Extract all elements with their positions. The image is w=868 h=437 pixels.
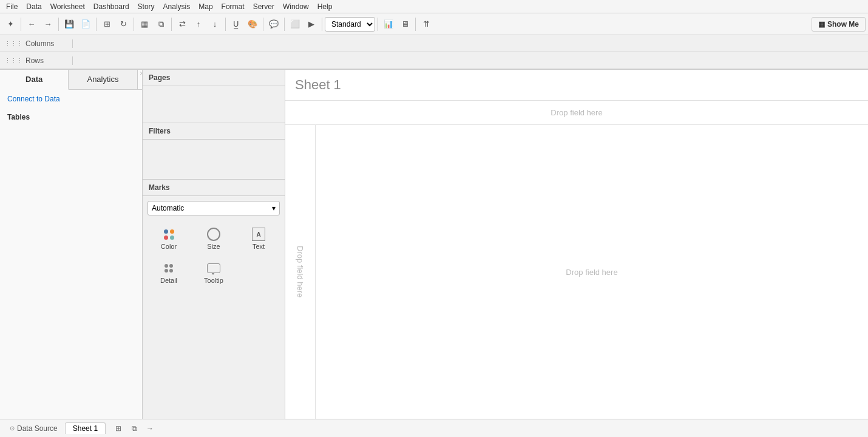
menu-story[interactable]: Story <box>134 1 158 12</box>
sort-asc-btn[interactable]: ↑ <box>191 16 206 32</box>
present-btn[interactable]: ▶ <box>303 16 319 32</box>
rows-drop-zone[interactable] <box>73 53 868 68</box>
sep11 <box>415 18 416 31</box>
marks-detail-label: Detail <box>160 277 177 284</box>
sep4 <box>134 18 134 31</box>
detail-icon <box>161 261 176 276</box>
tables-label: Tables <box>0 108 142 126</box>
color-btn[interactable]: 🎨 <box>245 16 260 32</box>
left-panel: Data Analytics › Connect to Data Tables <box>0 70 143 419</box>
sort-desc-btn[interactable]: ↓ <box>207 16 223 32</box>
sep2 <box>58 18 59 31</box>
rows-label: ⋮⋮⋮ Rows <box>0 56 73 65</box>
share-btn[interactable]: ⇈ <box>418 16 434 32</box>
marks-text-button[interactable]: A Text <box>237 223 280 254</box>
menu-analysis[interactable]: Analysis <box>160 1 194 12</box>
marks-detail-button[interactable]: Detail <box>147 257 190 288</box>
drop-top-zone[interactable]: Drop field here <box>285 101 868 125</box>
marks-section: Marks Automatic ▾ <box>143 180 285 419</box>
tab-data[interactable]: Data <box>0 70 69 90</box>
toolbar-file-group: ✦ ← → 💾 📄 ⊞ ↻ ▦ ⧉ ⇄ ↑ ↓ U̲ 🎨 💬 ⬜ ▶ Stand… <box>2 16 434 32</box>
new-sheet-btn[interactable]: ▦ <box>137 16 152 32</box>
save-btn[interactable]: 💾 <box>61 16 77 32</box>
main-layout: ⋮⋮⋮ Columns ⋮⋮⋮ Rows Data Analytics › Co… <box>0 35 868 419</box>
pages-section: Pages <box>143 70 285 123</box>
tooltip-icon-btn[interactable]: 💬 <box>266 16 282 32</box>
columns-dots-icon: ⋮⋮⋮ <box>5 41 23 47</box>
columns-text: Columns <box>25 39 54 48</box>
datasource-tab[interactable]: ⊙ Data Source <box>5 423 63 434</box>
redo-btn[interactable]: → <box>40 16 56 32</box>
shelves-area: ⋮⋮⋮ Columns ⋮⋮⋮ Rows <box>0 35 868 70</box>
status-actions: ⊞ ⧉ → <box>112 422 157 435</box>
move-sheet-btn[interactable]: → <box>143 422 157 435</box>
menu-server[interactable]: Server <box>249 1 278 12</box>
pages-title: Pages <box>143 70 285 86</box>
menu-file[interactable]: File <box>2 1 21 12</box>
menu-help[interactable]: Help <box>314 1 336 12</box>
undo-btn[interactable]: ← <box>24 16 39 32</box>
marks-tooltip-label: Tooltip <box>204 277 223 284</box>
menu-format[interactable]: Format <box>218 1 248 12</box>
duplicate-btn[interactable]: ⧉ <box>153 16 169 32</box>
rows-shelf: ⋮⋮⋮ Rows <box>0 52 868 69</box>
columns-shelf: ⋮⋮⋮ Columns <box>0 35 868 52</box>
device-btn[interactable]: 🖥 <box>397 16 413 32</box>
marks-dropdown-arrow-icon: ▾ <box>272 204 276 212</box>
filters-section: Filters <box>143 123 285 180</box>
rows-text: Rows <box>25 56 44 65</box>
tableau-logo-btn[interactable]: ✦ <box>2 16 18 32</box>
color-icon <box>161 227 176 242</box>
tab-analytics[interactable]: Analytics <box>69 70 137 89</box>
workspace-split: Data Analytics › Connect to Data Tables … <box>0 70 868 419</box>
add-datasource-btn[interactable]: ⊞ <box>99 16 115 32</box>
menu-map[interactable]: Map <box>195 1 216 12</box>
size-icon <box>206 227 221 242</box>
menu-worksheet[interactable]: Worksheet <box>47 1 89 12</box>
canvas-content: Drop field here Drop field here Drop fie… <box>285 101 868 419</box>
menu-data[interactable]: Data <box>22 1 45 12</box>
marks-color-label: Color <box>161 243 177 250</box>
text-icon: A <box>251 227 266 242</box>
fix-axes-btn[interactable]: 📊 <box>381 16 396 32</box>
columns-drop-zone[interactable] <box>73 36 868 51</box>
marks-size-label: Size <box>207 243 220 250</box>
marks-tooltip-button[interactable]: Tooltip <box>192 257 235 288</box>
sep7 <box>263 18 263 31</box>
underline-btn[interactable]: U̲ <box>228 16 244 32</box>
fit-dropdown[interactable]: Standard <box>325 17 375 32</box>
duplicate-sheet-btn[interactable]: ⧉ <box>127 422 141 435</box>
show-me-button[interactable]: ▦ Show Me <box>812 17 866 32</box>
left-panel-close-icon[interactable]: › <box>140 70 142 89</box>
pages-content[interactable] <box>143 86 285 123</box>
toolbar: ✦ ← → 💾 📄 ⊞ ↻ ▦ ⧉ ⇄ ↑ ↓ U̲ 🎨 💬 ⬜ ▶ Stand… <box>0 13 868 35</box>
swap-btn[interactable]: ⇄ <box>174 16 190 32</box>
menu-window[interactable]: Window <box>279 1 313 12</box>
marks-size-button[interactable]: Size <box>192 223 235 254</box>
marks-type-dropdown[interactable]: Automatic ▾ <box>147 201 280 215</box>
datasource-label: Data Source <box>17 424 58 433</box>
marks-title: Marks <box>143 180 285 196</box>
drop-center-zone[interactable]: Drop field here <box>316 125 868 419</box>
sep6 <box>225 18 226 31</box>
new-sheet-status-btn[interactable]: ⊞ <box>112 422 125 435</box>
save-as-btn[interactable]: 📄 <box>78 16 93 32</box>
marks-color-button[interactable]: Color <box>147 223 190 254</box>
connection-btn[interactable]: ↻ <box>115 16 131 32</box>
sep1 <box>21 18 21 31</box>
canvas-area: Sheet 1 Drop field here Drop field here … <box>285 70 868 419</box>
sep10 <box>378 18 378 31</box>
columns-label: ⋮⋮⋮ Columns <box>0 39 73 48</box>
full-view-btn[interactable]: ⬜ <box>287 16 303 32</box>
drop-left-text: Drop field here <box>296 246 305 297</box>
bar-chart-icon: ▦ <box>818 20 825 29</box>
connect-to-data-link[interactable]: Connect to Data <box>0 90 142 108</box>
rows-dots-icon: ⋮⋮⋮ <box>5 58 23 64</box>
menu-dashboard[interactable]: Dashboard <box>90 1 133 12</box>
sheet1-tab[interactable]: Sheet 1 <box>65 422 106 434</box>
menu-bar: File Data Worksheet Dashboard Story Anal… <box>0 0 868 13</box>
filters-content[interactable] <box>143 140 285 179</box>
sep8 <box>284 18 285 31</box>
drop-left-zone[interactable]: Drop field here <box>285 125 316 419</box>
sheet-title: Sheet 1 <box>285 70 868 101</box>
